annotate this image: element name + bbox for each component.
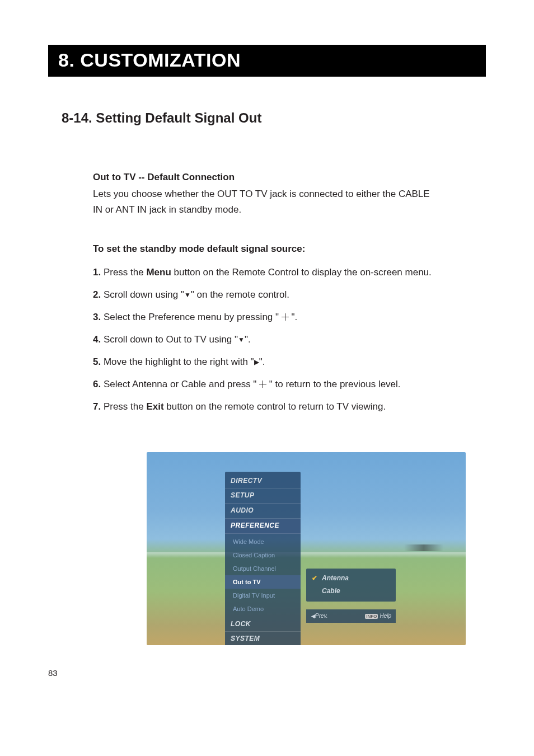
osd-menu-item-selected: PREFERENCE — [225, 519, 301, 534]
info-badge-icon: INFO — [365, 614, 378, 619]
distant-object — [404, 544, 443, 551]
step-item: 2. Scroll down using "▼" on the remote c… — [93, 287, 434, 303]
osd-option-label: Cable — [322, 587, 340, 595]
subheading-steps: To set the standby mode default signal s… — [93, 241, 434, 257]
check-icon: ✔ — [312, 573, 317, 584]
osd-help-hint: INFOHelp — [365, 612, 391, 621]
osd-menu-item: DIRECTV — [225, 474, 301, 489]
document-page: 8. CUSTOMIZATION 8-14. Setting Default S… — [0, 0, 534, 714]
osd-option-row: Cable — [312, 585, 390, 598]
osd-menu-item: AUDIO — [225, 504, 301, 519]
page-number: 83 — [48, 668, 58, 678]
step-item: 1. Press the Menu button on the Remote C… — [93, 265, 434, 280]
osd-prev-hint: ◀Prev. — [311, 612, 328, 621]
osd-submenu: Wide ModeClosed CaptionOutput ChannelOut… — [225, 534, 301, 617]
osd-footer-bar: ◀Prev. INFOHelp — [306, 609, 396, 623]
step-item: 7. Press the Exit button on the remote c… — [93, 399, 434, 415]
osd-menu-overlay: DIRECTVSETUPAUDIOPREFERENCEWide ModeClos… — [225, 472, 397, 634]
osd-submenu-item: Output Channel — [225, 562, 301, 575]
osd-submenu-item: Wide Mode — [225, 535, 301, 548]
osd-menu-item: SYSTEM — [225, 632, 301, 645]
osd-menu-item: SETUP — [225, 489, 301, 504]
osd-option-label: Antenna — [322, 574, 349, 582]
osd-submenu-item: Closed Caption — [225, 548, 301, 562]
osd-left-menu: DIRECTVSETUPAUDIOPREFERENCEWide ModeClos… — [225, 472, 301, 645]
section-title: 8-14. Setting Default Signal Out — [62, 110, 486, 126]
select-icon — [259, 381, 266, 388]
body-content: Out to TV -- Default Connection Lets you… — [93, 170, 434, 645]
select-icon — [282, 313, 289, 321]
osd-option-row: ✔Antenna — [312, 572, 390, 585]
subheading-connection: Out to TV -- Default Connection — [93, 170, 434, 185]
osd-submenu-item: Out to TV — [225, 575, 301, 589]
tv-screenshot-figure: DIRECTVSETUPAUDIOPREFERENCEWide ModeClos… — [147, 452, 466, 645]
step-item: 5. Move the highlight to the right with … — [93, 354, 434, 370]
chapter-title: 8. CUSTOMIZATION — [58, 49, 241, 71]
step-item: 6. Select Antenna or Cable and press " "… — [93, 377, 434, 392]
chapter-title-bar: 8. CUSTOMIZATION — [48, 45, 486, 77]
osd-submenu-item: Digital TV Input — [225, 589, 301, 602]
osd-menu-item: LOCK — [225, 617, 301, 632]
steps-list: 1. Press the Menu button on the Remote C… — [93, 265, 434, 415]
intro-paragraph: Lets you choose whether the OUT TO TV ja… — [93, 186, 434, 218]
osd-submenu-item: Auto Demo — [225, 602, 301, 616]
step-item: 3. Select the Preference menu by pressin… — [93, 309, 434, 325]
osd-options-panel: ✔AntennaCable — [306, 569, 396, 602]
step-item: 4. Scroll down to Out to TV using "▼". — [93, 332, 434, 348]
